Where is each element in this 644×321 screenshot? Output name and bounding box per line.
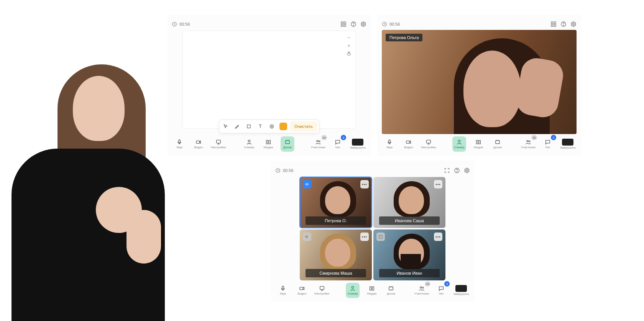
board-button[interactable]: Доска [281,136,294,152]
pointer-tool-icon[interactable] [221,121,231,131]
help-icon[interactable] [350,21,356,27]
speaker-video[interactable]: Петрова Ольга [382,30,577,134]
settings-button[interactable]: Настройки [211,136,226,152]
tile-more-icon[interactable]: ••• [360,180,369,188]
media-button[interactable]: Медиа [365,283,379,298]
speaker-name-tag: Петрова Ольга [386,34,422,41]
participant-name: Иванова Саша [379,216,440,225]
svg-rect-11 [196,141,199,144]
svg-point-43 [422,287,423,288]
text-tool-icon[interactable] [255,121,265,131]
whiteboard-toolbar: Очистить [219,120,319,133]
svg-point-13 [248,140,250,142]
svg-rect-36 [379,235,382,238]
gear-icon[interactable] [360,21,366,27]
video-button[interactable]: Видео [402,136,416,152]
svg-point-16 [319,141,320,142]
participants-button[interactable]: 20Участники [311,136,325,152]
clock-icon [275,168,281,173]
whiteboard-canvas[interactable]: – + [182,31,356,129]
erase-tool-icon[interactable] [267,121,277,131]
grid-layout-icon[interactable] [340,21,347,27]
speaker-view-button[interactable]: Спикер [346,283,360,298]
audio-button[interactable]: Звук [172,136,186,152]
participant-tile[interactable]: ••• Иванова Саша [373,177,445,228]
fullscreen-icon[interactable] [444,167,450,174]
svg-rect-1 [341,22,343,24]
end-call-button[interactable]: Завершить [350,136,366,152]
participant-tile[interactable]: ••• Иванов Иван [373,229,445,280]
end-call-button[interactable]: Завершить [453,283,469,298]
pencil-tool-icon[interactable] [232,121,242,131]
video-button[interactable]: Видео [295,283,309,298]
svg-rect-14 [286,141,290,144]
svg-rect-25 [389,140,390,143]
speaker-view-button[interactable]: Спикер [452,136,466,152]
zoom-out-button[interactable]: – [347,34,350,40]
svg-rect-21 [554,25,556,26]
svg-rect-8 [247,125,250,128]
svg-point-24 [573,23,574,25]
media-button[interactable]: Медиа [261,136,275,152]
chat-button[interactable]: 3Чат [541,136,555,152]
svg-point-7 [363,23,364,25]
participant-tile[interactable]: ••• Петрова О. [300,177,372,228]
audio-button[interactable]: Звук [276,283,290,298]
participant-name: Иванов Иван [379,269,440,277]
clear-button[interactable]: Очистить [290,121,317,131]
participants-button[interactable]: 20Участники [414,283,429,298]
svg-rect-20 [551,25,553,26]
panel1-header: 00:56 [172,20,366,28]
svg-rect-38 [300,287,303,290]
participant-name: Петрова О. [306,216,366,225]
chat-button[interactable]: 3Чат [331,136,345,152]
clock-icon [172,21,177,27]
participant-tile[interactable]: ••• Смирнова Маша [300,229,372,280]
media-button[interactable]: Медиа [472,136,485,152]
svg-rect-19 [554,22,556,24]
participants-button[interactable]: 20Участники [521,136,536,152]
svg-point-30 [527,140,528,142]
gear-icon[interactable] [570,21,577,27]
tile-more-icon[interactable]: ••• [434,233,442,241]
svg-rect-26 [406,141,409,144]
speaker-view-button[interactable]: Спикер [242,136,256,152]
hand-tool-icon[interactable] [346,51,352,56]
help-icon[interactable] [454,167,460,174]
tile-more-icon[interactable]: ••• [434,180,442,188]
settings-button[interactable]: Настройки [314,283,329,298]
audio-button[interactable]: Звук [383,136,396,152]
svg-point-28 [458,140,460,142]
tile-more-icon[interactable]: ••• [360,233,369,241]
svg-rect-12 [216,140,220,143]
grid-layout-icon[interactable] [550,21,557,27]
panel-whiteboard-view: 00:56 – + [167,15,371,156]
gear-icon[interactable] [464,167,470,174]
svg-point-23 [563,25,564,26]
participants-grid: ••• Петрова О. ••• Иванова Саша ••• Смир… [300,177,445,280]
svg-rect-10 [179,140,180,143]
video-button[interactable]: Видео [192,136,205,152]
svg-rect-39 [320,287,324,290]
svg-point-34 [457,172,457,172]
svg-rect-4 [344,25,346,26]
svg-point-15 [317,140,318,142]
help-icon[interactable] [560,21,567,27]
svg-rect-3 [341,25,343,26]
muted-icon [303,233,311,241]
board-button[interactable]: Доска [491,136,504,152]
panel2-header: 00:56 [382,20,577,28]
svg-rect-37 [282,286,284,289]
settings-button[interactable]: Настройки [421,136,436,152]
chat-button[interactable]: 3Чат [434,283,448,298]
color-swatch[interactable] [278,121,288,131]
end-call-button[interactable]: Завершить [560,136,576,152]
panel-grid-view: 00:56 ••• Петрова О. ••• Иванова Саша [271,161,475,302]
panel2-time: 00:56 [389,22,400,26]
panel3-time: 00:56 [283,168,294,173]
svg-rect-29 [496,141,500,144]
zoom-in-button[interactable]: + [347,43,350,49]
panel1-controls: Звук Видео Настройки Спикер Медиа Доска … [167,136,371,152]
shape-tool-icon[interactable] [244,121,254,131]
board-button[interactable]: Доска [384,283,398,298]
